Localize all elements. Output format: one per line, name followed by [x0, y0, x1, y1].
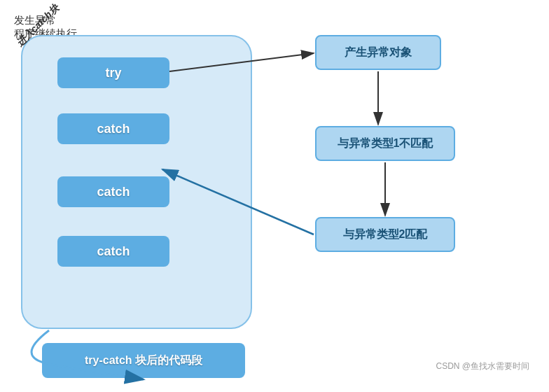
catch2-label: catch	[97, 185, 130, 200]
catch1-label: catch	[97, 122, 130, 136]
bottom-block: try-catch 块后的代码段	[42, 343, 245, 378]
nomatch-box: 与异常类型1不匹配	[315, 126, 455, 161]
match-box: 与异常类型2匹配	[315, 217, 455, 252]
catch2-block: catch	[57, 176, 169, 207]
catch3-block: catch	[57, 236, 169, 267]
catch1-block: catch	[57, 113, 169, 144]
exception-occurs-label: 发生异常	[14, 14, 535, 27]
diagram-container: try catch catch catch try-catch 块后的代码段 产…	[14, 14, 535, 378]
watermark: CSDN @鱼找水需要时间	[436, 360, 529, 372]
try-block: try	[57, 57, 169, 88]
nomatch-label: 与异常类型1不匹配	[338, 136, 433, 151]
catch3-label: catch	[97, 244, 130, 259]
left-panel: try catch catch catch	[21, 35, 252, 329]
bottom-label: try-catch 块后的代码段	[85, 354, 202, 368]
match-label: 与异常类型2匹配	[343, 227, 428, 242]
produce-exception-box: 产生异常对象	[315, 35, 441, 70]
try-label: try	[105, 66, 121, 80]
produce-label: 产生异常对象	[345, 46, 412, 60]
